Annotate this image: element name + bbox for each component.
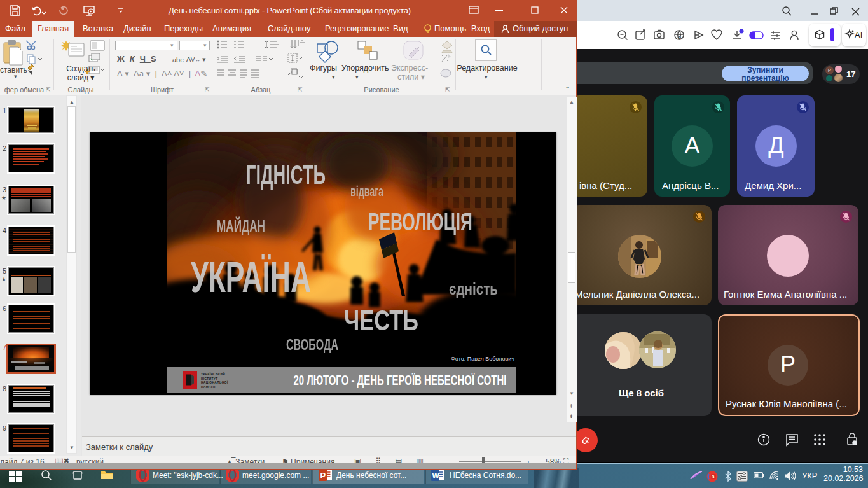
svg-text:РЕВОЛЮЦІЯ: РЕВОЛЮЦІЯ xyxy=(368,208,472,235)
svg-text:3: 3 xyxy=(712,474,714,480)
svg-text:ГІДНІСТЬ: ГІДНІСТЬ xyxy=(246,159,326,190)
svg-text:МАЙДАН: МАЙДАН xyxy=(217,216,265,235)
svg-text:УКРАЇНСЬКИЙ: УКРАЇНСЬКИЙ xyxy=(201,372,225,376)
svg-text:ПАМʼЯТІ: ПАМʼЯТІ xyxy=(201,386,216,389)
svg-text:ІНСТИТУТ: ІНСТИТУТ xyxy=(201,377,218,380)
svg-text:20 ЛЮТОГО - ДЕНЬ ГЕРОЇВ НЕБЕСН: 20 ЛЮТОГО - ДЕНЬ ГЕРОЇВ НЕБЕСНОЇ СОТНІ xyxy=(294,372,507,388)
svg-text:СВОБОДА: СВОБОДА xyxy=(286,336,338,353)
svg-text:УКРАЇНА: УКРАЇНА xyxy=(191,253,311,301)
svg-text:НАЦІОНАЛЬНОЇ: НАЦІОНАЛЬНОЇ xyxy=(201,380,228,384)
svg-text:W: W xyxy=(432,471,439,480)
svg-text:ЧЕСТЬ: ЧЕСТЬ xyxy=(344,304,418,337)
svg-text:Фото: Павел Боболович: Фото: Павел Боболович xyxy=(451,356,514,362)
svg-text:єдність: єдність xyxy=(449,280,498,298)
svg-text:відвага: відвага xyxy=(350,183,383,199)
svg-text:P: P xyxy=(320,471,326,480)
svg-text:A: A xyxy=(678,34,682,40)
